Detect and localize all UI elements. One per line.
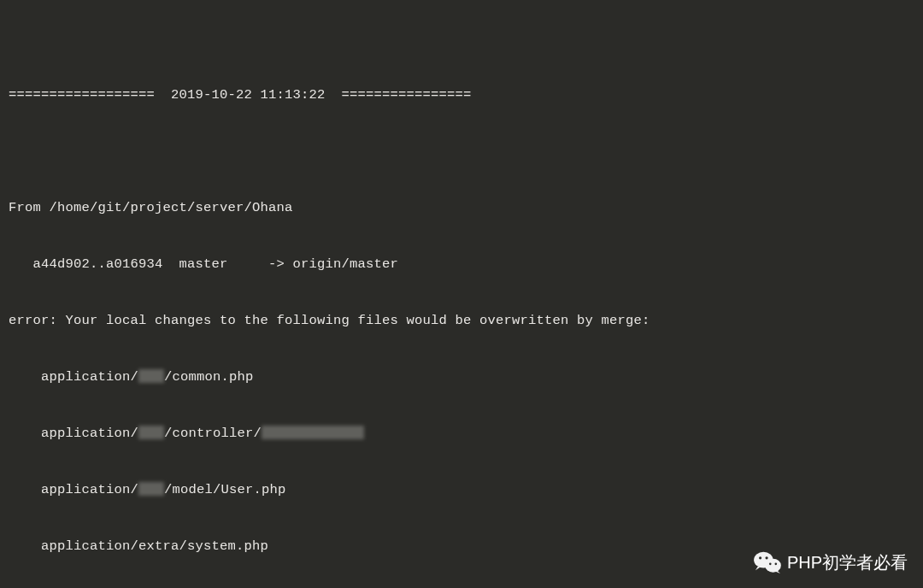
- redacted-segment: [138, 426, 164, 439]
- blank-line: [9, 142, 914, 161]
- file-prefix: application/: [9, 369, 138, 385]
- file-line: application/extra/system.php: [9, 537, 914, 556]
- redacted-segment: [138, 482, 164, 496]
- file-suffix: /common.php: [164, 369, 254, 385]
- timestamp: 2019-10-22 11:13:22: [171, 87, 326, 103]
- redacted-segment: [138, 369, 164, 383]
- separator-line: ================== 2019-10-22 11:13:22 =…: [9, 85, 914, 104]
- terminal-output: ================== 2019-10-22 11:13:22 =…: [9, 10, 914, 588]
- file-line: application//controller/: [9, 424, 914, 443]
- error-line: error: Your local changes to the followi…: [9, 311, 914, 330]
- file-prefix: application/: [9, 482, 138, 497]
- file-line: application//common.php: [9, 368, 914, 386]
- redacted-segment: [262, 426, 364, 439]
- sep-right: ================: [342, 87, 472, 103]
- file-line: application//model/User.php: [9, 480, 914, 499]
- ref-update-line: a44d902..a016934 master -> origin/master: [9, 255, 914, 273]
- file-suffix: /controller/: [164, 426, 262, 441]
- from-line: From /home/git/project/server/Ohana: [9, 198, 914, 217]
- sep-left: ==================: [9, 87, 155, 103]
- file-suffix: /model/User.php: [164, 482, 286, 497]
- file-prefix: application/: [9, 426, 138, 441]
